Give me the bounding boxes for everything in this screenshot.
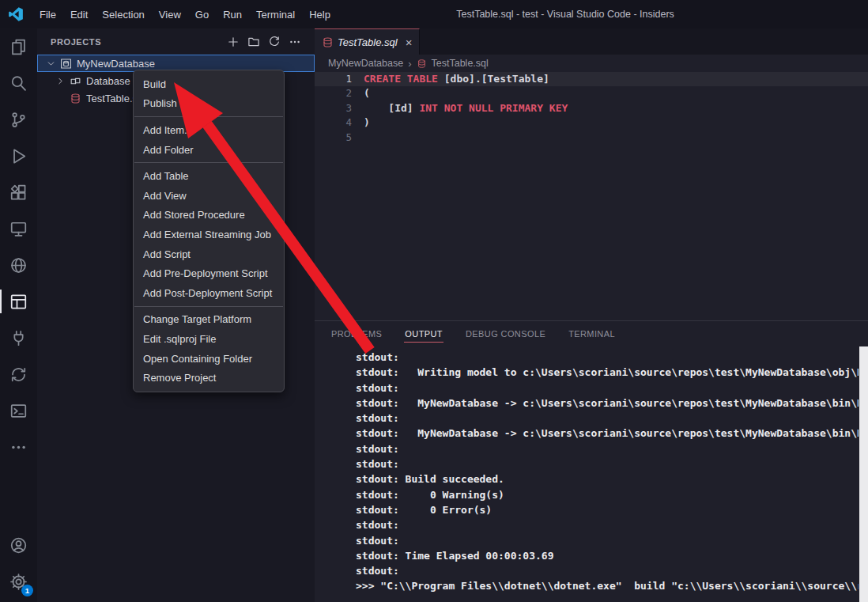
menubar-item-view[interactable]: View xyxy=(152,5,188,25)
bottom-panel: PROBLEMSOUTPUTDEBUG CONSOLETERMINAL stdo… xyxy=(315,320,868,602)
refresh-icon[interactable] xyxy=(266,33,283,51)
output-scrollbar[interactable] xyxy=(859,346,868,602)
sidebar-title: PROJECTS xyxy=(51,37,101,47)
line-number: 4 xyxy=(315,115,352,130)
breadcrumb-file[interactable]: TestTable.sql xyxy=(432,58,489,69)
chevron-spacer xyxy=(55,92,67,104)
editor-area: TestTable.sql × MyNewDatabase › TestTabl… xyxy=(315,28,868,320)
menu-item-publish[interactable]: Publish xyxy=(134,94,284,114)
search-icon[interactable] xyxy=(0,65,37,101)
activity-bar-bottom: 1 xyxy=(0,527,37,600)
accounts-icon[interactable] xyxy=(0,527,37,563)
remote-explorer-icon[interactable] xyxy=(0,210,37,247)
menubar-item-run[interactable]: Run xyxy=(216,5,249,25)
line-number: 1 xyxy=(315,72,352,86)
panel-tabs: PROBLEMSOUTPUTDEBUG CONSOLETERMINAL xyxy=(315,321,868,346)
menu-item-add-table[interactable]: Add Table xyxy=(134,166,284,186)
explorer-icon[interactable] xyxy=(0,28,37,65)
menu-item-add-stored-procedure[interactable]: Add Stored Procedure xyxy=(134,206,284,225)
sidebar-actions xyxy=(225,33,304,51)
settings-gear-icon[interactable]: 1 xyxy=(0,563,37,600)
title-bar: FileEditSelectionViewGoRunTerminalHelp T… xyxy=(0,0,868,28)
output-line: stdout: xyxy=(356,441,859,456)
settings-sync-icon[interactable] xyxy=(0,356,37,392)
menu-item-add-folder[interactable]: Add Folder xyxy=(134,140,284,160)
breadcrumb-project[interactable]: MyNewDatabase xyxy=(328,58,403,69)
panel-tab-terminal[interactable]: TERMINAL xyxy=(568,322,616,346)
line-number: 5 xyxy=(315,131,352,145)
panel-tab-output[interactable]: OUTPUT xyxy=(404,322,443,346)
menu-item-add-view[interactable]: Add View xyxy=(134,186,284,206)
output-line: stdout: 0 Warning(s) xyxy=(356,487,859,502)
panel-tab-debug-console[interactable]: DEBUG CONSOLE xyxy=(465,322,546,346)
menu-item-add-item[interactable]: Add Item... xyxy=(134,120,284,140)
menubar-item-file[interactable]: File xyxy=(32,5,63,25)
add-project-icon[interactable] xyxy=(225,33,242,51)
menubar-item-terminal[interactable]: Terminal xyxy=(249,5,302,25)
code-text: ) xyxy=(364,115,370,130)
menu-item-open-containing-folder[interactable]: Open Containing Folder xyxy=(134,349,284,369)
output-line: stdout: MyNewDatabase -> c:\Users\scoria… xyxy=(356,426,859,441)
settings-badge: 1 xyxy=(21,585,33,596)
menu-item-build[interactable]: Build xyxy=(134,74,284,94)
code-line: 3 [Id] INT NOT NULL PRIMARY KEY xyxy=(315,101,868,115)
output-line: stdout: Build succeeded. xyxy=(356,471,859,487)
open-folder-icon[interactable] xyxy=(245,33,262,51)
code-line: 1CREATE TABLE [dbo].[TestTable] xyxy=(315,72,868,86)
tab-label: TestTable.sql xyxy=(338,36,398,48)
menu-item-add-script[interactable]: Add Script xyxy=(134,244,284,264)
menu-separator xyxy=(134,116,283,117)
output-line: stdout: xyxy=(356,350,859,365)
menu-item-add-pre-deployment-script[interactable]: Add Pre-Deployment Script xyxy=(134,263,284,283)
code-line: 2( xyxy=(315,86,868,100)
breadcrumb: MyNewDatabase › TestTable.sql xyxy=(315,55,868,72)
references-icon xyxy=(70,74,82,87)
output-line: stdout: xyxy=(356,411,859,426)
output-line: stdout: Writing model to c:\Users\scoria… xyxy=(356,365,859,380)
menu-item-add-post-deployment-script[interactable]: Add Post-Deployment Script xyxy=(134,283,284,303)
sidebar-header: PROJECTS xyxy=(37,28,315,55)
database-project-icon xyxy=(60,57,73,70)
chevron-right-icon: › xyxy=(408,58,411,70)
source-control-icon[interactable] xyxy=(0,101,37,138)
menubar-item-help[interactable]: Help xyxy=(302,5,338,25)
menu-item-change-target-platform[interactable]: Change Target Platform xyxy=(134,310,284,330)
extensions-icon[interactable] xyxy=(0,174,37,210)
connections-icon[interactable] xyxy=(0,320,37,356)
tree-item-label: MyNewDatabase xyxy=(77,58,155,70)
code-text: CREATE TABLE [dbo].[TestTable] xyxy=(364,72,549,86)
database-projects-icon[interactable] xyxy=(0,283,37,320)
code-editor[interactable]: 1CREATE TABLE [dbo].[TestTable]2(3 [Id] … xyxy=(315,72,868,145)
more-actions-icon[interactable] xyxy=(286,33,304,51)
output-line: stdout: xyxy=(356,563,859,578)
output-line: stdout: MyNewDatabase -> c:\Users\scoria… xyxy=(356,396,859,411)
context-menu: BuildPublishAdd Item...Add FolderAdd Tab… xyxy=(133,70,285,392)
database-file-icon xyxy=(70,92,82,104)
menubar: FileEditSelectionViewGoRunTerminalHelp xyxy=(32,5,338,25)
menubar-item-edit[interactable]: Edit xyxy=(63,5,95,25)
menu-item-add-external-streaming-job[interactable]: Add External Streaming Job xyxy=(134,225,284,244)
menubar-item-selection[interactable]: Selection xyxy=(95,5,151,25)
menu-item-remove-project[interactable]: Remove Project xyxy=(134,368,284,388)
code-text: ( xyxy=(364,86,370,100)
github-icon[interactable] xyxy=(0,247,37,283)
output-line: >>> "C:\\Program Files\\dotnet\\dotnet.e… xyxy=(356,578,859,593)
vscode-insiders-logo xyxy=(7,6,25,23)
run-and-debug-icon[interactable] xyxy=(0,138,37,174)
close-icon[interactable]: × xyxy=(406,36,413,48)
output-line: stdout: xyxy=(356,533,859,548)
line-number: 3 xyxy=(315,101,352,115)
output-console-icon[interactable] xyxy=(0,392,37,429)
menubar-item-go[interactable]: Go xyxy=(188,5,216,25)
code-line: 4) xyxy=(315,115,868,130)
more-views-icon[interactable] xyxy=(0,429,37,465)
tab-testtable-sql[interactable]: TestTable.sql × xyxy=(315,28,420,55)
output-log[interactable]: stdout:stdout: Writing model to c:\Users… xyxy=(315,346,859,602)
output-line: stdout: xyxy=(356,517,859,532)
panel-tab-problems[interactable]: PROBLEMS xyxy=(330,322,383,346)
output-line: stdout: xyxy=(356,381,859,396)
activity-bar: 1 xyxy=(0,28,37,602)
menu-item-edit-sqlproj-file[interactable]: Edit .sqlproj File xyxy=(134,329,284,349)
window-title: TestTable.sql - test - Visual Studio Cod… xyxy=(262,9,868,20)
code-line: 5 xyxy=(315,131,868,145)
